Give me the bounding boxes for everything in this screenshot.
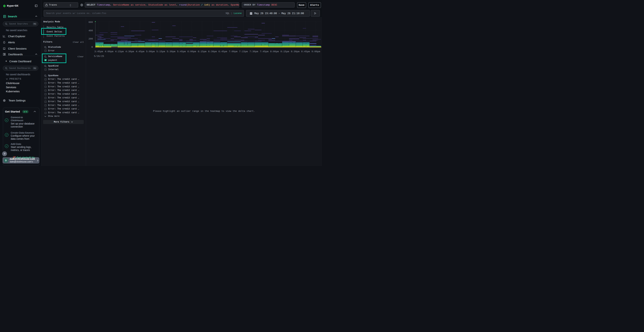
svg-text:600: 600 [88, 21, 93, 24]
svg-text:3:45pm: 3:45pm [94, 50, 103, 53]
svg-text:4:45pm: 4:45pm [136, 50, 144, 53]
svg-text:5/26/25: 5/26/25 [94, 55, 104, 58]
svg-text:6:15pm: 6:15pm [198, 50, 206, 53]
svg-text:0: 0 [92, 46, 93, 48]
svg-text:6:45pm: 6:45pm [218, 50, 227, 53]
svg-text:7:00pm: 7:00pm [229, 50, 238, 53]
svg-text:8:30pm: 8:30pm [291, 50, 300, 53]
svg-text:7:30pm: 7:30pm [249, 50, 258, 53]
svg-text:5:30pm: 5:30pm [167, 50, 176, 53]
svg-text:6:00pm: 6:00pm [188, 50, 196, 53]
svg-text:8:15pm: 8:15pm [280, 50, 289, 53]
svg-text:8:00pm: 8:00pm [270, 50, 279, 53]
svg-text:7:15pm: 7:15pm [239, 50, 248, 53]
svg-text:5:45pm: 5:45pm [177, 50, 186, 53]
svg-text:4:00pm: 4:00pm [105, 50, 114, 53]
svg-text:5:00pm: 5:00pm [146, 50, 155, 53]
svg-text:4:30pm: 4:30pm [126, 50, 134, 53]
svg-text:5:15pm: 5:15pm [156, 50, 165, 53]
svg-text:200: 200 [88, 38, 93, 40]
svg-text:400: 400 [88, 29, 93, 32]
svg-text:4:15pm: 4:15pm [115, 50, 124, 53]
svg-text:9:00pm: 9:00pm [312, 50, 320, 53]
svg-text:7:45pm: 7:45pm [260, 50, 268, 53]
svg-text:6:30pm: 6:30pm [208, 50, 217, 53]
svg-text:8:45pm: 8:45pm [301, 50, 310, 53]
